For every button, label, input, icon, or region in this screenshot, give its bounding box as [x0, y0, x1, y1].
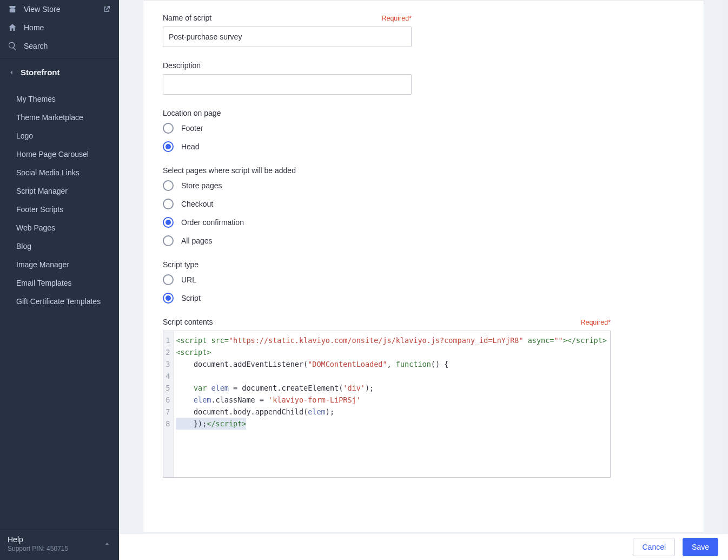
radio-label: Footer	[181, 124, 203, 133]
radio-label: Order confirmation	[181, 218, 244, 227]
cancel-button-label: Cancel	[642, 543, 666, 551]
radio-pages-store[interactable]: Store pages	[163, 180, 611, 191]
sidebar-item-email-templates[interactable]: Email Templates	[0, 274, 119, 292]
sidebar-item-label: Theme Marketplace	[16, 113, 83, 122]
sidebar: View Store Home Search Storefront My The…	[0, 0, 119, 560]
field-description: Description	[163, 61, 611, 95]
sidebar-item-gift-cert-templates[interactable]: Gift Certificate Templates	[0, 292, 119, 311]
support-pin: Support PIN: 450715	[8, 545, 68, 552]
sidebar-view-store-label: View Store	[24, 5, 60, 14]
sidebar-item-label: Email Templates	[16, 279, 71, 287]
pages-label: Select pages where script will be added	[163, 166, 296, 175]
radio-pages-all[interactable]: All pages	[163, 235, 611, 246]
sidebar-view-store[interactable]: View Store	[0, 0, 119, 18]
sidebar-home[interactable]: Home	[0, 18, 119, 37]
radio-icon	[163, 180, 174, 191]
sidebar-item-social-media-links[interactable]: Social Media Links	[0, 163, 119, 182]
sidebar-item-blog[interactable]: Blog	[0, 237, 119, 255]
description-input[interactable]	[163, 74, 412, 95]
radio-icon	[163, 141, 174, 152]
field-pages: Select pages where script will be added …	[163, 166, 611, 246]
radio-icon	[163, 123, 174, 134]
cancel-button[interactable]: Cancel	[633, 538, 675, 556]
sidebar-item-my-themes[interactable]: My Themes	[0, 90, 119, 108]
external-link-icon	[102, 4, 111, 14]
description-label: Description	[163, 61, 201, 70]
radio-label: Script	[181, 294, 201, 302]
code-editor[interactable]: 12345678 <script src="https://static.kla…	[163, 331, 611, 478]
sidebar-section-label: Storefront	[21, 68, 60, 77]
script-contents-label: Script contents	[163, 318, 213, 326]
code-gutter: 12345678	[163, 331, 174, 477]
help-label: Help	[8, 535, 68, 544]
sidebar-items: My Themes Theme Marketplace Logo Home Pa…	[0, 84, 119, 311]
radio-label: All pages	[181, 236, 213, 245]
sidebar-item-label: Social Media Links	[16, 168, 80, 177]
name-required: Required*	[381, 15, 412, 22]
radio-icon	[163, 293, 174, 304]
radio-label: Head	[181, 142, 199, 151]
radio-location-footer[interactable]: Footer	[163, 123, 611, 134]
radio-label: Checkout	[181, 200, 213, 208]
radio-icon	[163, 199, 174, 209]
home-icon	[8, 23, 17, 32]
sidebar-item-label: Web Pages	[16, 223, 55, 232]
sidebar-home-label: Home	[24, 23, 44, 32]
sidebar-item-label: Image Manager	[16, 260, 69, 269]
field-script-type: Script type URL Script	[163, 260, 611, 304]
chevron-left-icon	[8, 69, 15, 76]
radio-label: Store pages	[181, 181, 222, 190]
script-contents-required: Required*	[580, 319, 611, 326]
sidebar-item-theme-marketplace[interactable]: Theme Marketplace	[0, 108, 119, 127]
sidebar-item-label: Logo	[16, 131, 33, 140]
search-icon	[8, 41, 17, 51]
script-type-label: Script type	[163, 260, 198, 269]
field-name: Name of script Required*	[163, 14, 611, 47]
sidebar-item-home-page-carousel[interactable]: Home Page Carousel	[0, 145, 119, 163]
radio-label: URL	[181, 275, 196, 284]
main: Name of script Required* Description Loc…	[119, 0, 728, 560]
sidebar-help-block[interactable]: Help Support PIN: 450715	[0, 529, 119, 560]
radio-icon	[163, 274, 174, 285]
chevron-up-icon	[103, 539, 111, 548]
sidebar-item-web-pages[interactable]: Web Pages	[0, 219, 119, 237]
radio-location-head[interactable]: Head	[163, 141, 611, 152]
sidebar-item-label: Script Manager	[16, 187, 68, 195]
scrollbar[interactable]	[723, 0, 728, 533]
sidebar-section-header[interactable]: Storefront	[0, 59, 119, 84]
sidebar-item-script-manager[interactable]: Script Manager	[0, 182, 119, 200]
radio-pages-order-confirmation[interactable]: Order confirmation	[163, 217, 611, 228]
radio-pages-checkout[interactable]: Checkout	[163, 199, 611, 209]
form-card: Name of script Required* Description Loc…	[143, 0, 704, 533]
radio-type-url[interactable]: URL	[163, 274, 611, 285]
save-button[interactable]: Save	[683, 538, 718, 556]
sidebar-item-label: Footer Scripts	[16, 205, 63, 214]
sidebar-item-image-manager[interactable]: Image Manager	[0, 255, 119, 274]
name-label: Name of script	[163, 14, 211, 22]
sidebar-search-label: Search	[24, 42, 48, 50]
save-button-label: Save	[692, 543, 709, 551]
sidebar-search[interactable]: Search	[0, 37, 119, 55]
sidebar-item-footer-scripts[interactable]: Footer Scripts	[0, 200, 119, 219]
field-location: Location on page Footer Head	[163, 109, 611, 152]
name-input[interactable]	[163, 27, 412, 47]
sidebar-item-label: Blog	[16, 242, 31, 251]
field-script-contents: Script contents Required* 12345678 <scri…	[163, 318, 611, 478]
sidebar-item-label: Home Page Carousel	[16, 150, 89, 159]
radio-icon	[163, 217, 174, 228]
sidebar-item-label: Gift Certificate Templates	[16, 297, 101, 306]
store-icon	[8, 4, 17, 14]
radio-type-script[interactable]: Script	[163, 293, 611, 304]
content-scroll: Name of script Required* Description Loc…	[119, 0, 728, 533]
radio-icon	[163, 235, 174, 246]
location-label: Location on page	[163, 109, 221, 117]
action-bar: Cancel Save	[119, 533, 728, 560]
sidebar-item-logo[interactable]: Logo	[0, 127, 119, 145]
code-area[interactable]: <script src="https://static.klaviyo.com/…	[174, 331, 610, 477]
sidebar-item-label: My Themes	[16, 95, 56, 103]
